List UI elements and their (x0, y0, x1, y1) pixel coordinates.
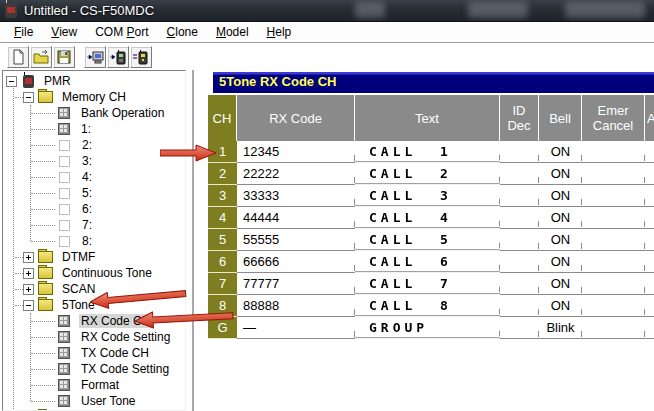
emer-cancel-cell[interactable] (582, 295, 645, 317)
tree-item-ch2[interactable]: 2: (3, 137, 185, 153)
id-dec-cell[interactable] (500, 229, 539, 251)
emer-cancel-cell[interactable] (582, 229, 645, 251)
text-cell[interactable]: CALL 8 (355, 296, 500, 316)
folder-icon (38, 251, 53, 263)
menu-file[interactable]: File (5, 23, 42, 42)
menu-com-port[interactable]: COM Port (86, 23, 157, 42)
bell-cell[interactable]: ON (539, 207, 582, 229)
rx-code-cell[interactable]: 44444 (237, 207, 355, 229)
rx-code-cell[interactable]: 77777 (237, 273, 355, 295)
rx-code-cell[interactable]: — (237, 317, 355, 339)
collapse-icon[interactable] (23, 92, 34, 103)
emer-cancel-cell[interactable] (582, 251, 645, 273)
tree-item-continuous-tone[interactable]: Continuous Tone (3, 265, 185, 281)
expand-icon[interactable] (23, 268, 34, 279)
rx-code-cell[interactable]: 33333 (237, 185, 355, 207)
panel-splitter[interactable] (192, 70, 194, 411)
tree-item-ch1[interactable]: 1: (3, 121, 185, 137)
expand-icon[interactable] (23, 252, 34, 263)
id-dec-cell[interactable] (500, 251, 539, 273)
open-file-button[interactable] (30, 46, 52, 68)
clone-write-radio-icon (109, 49, 127, 65)
tree-item-ch5[interactable]: 5: (3, 185, 185, 201)
window-titlebar[interactable]: Untitled - CS-F50MDC (0, 0, 654, 22)
id-dec-cell[interactable] (500, 295, 539, 317)
header-label: Bell (549, 111, 571, 126)
emer-cancel-cell[interactable] (582, 141, 645, 163)
empty-icon (59, 220, 70, 231)
tree-item-ch4[interactable]: 4: (3, 169, 185, 185)
emer-cancel-cell[interactable] (582, 317, 645, 339)
id-dec-cell[interactable] (500, 163, 539, 185)
text-cell[interactable]: CALL 5 (355, 230, 500, 250)
tree-item-rx-code-setting[interactable]: RX Code Setting (3, 329, 185, 345)
emer-cancel-cell[interactable] (582, 207, 645, 229)
menu-mnemonic: H (267, 25, 276, 39)
id-dec-cell[interactable] (500, 185, 539, 207)
collapse-icon[interactable] (6, 76, 17, 87)
tree-item-ch3[interactable]: 3: (3, 153, 185, 169)
expand-icon[interactable] (23, 284, 34, 295)
id-dec-cell[interactable] (500, 207, 539, 229)
partial-cell (645, 229, 654, 251)
rx-code-cell[interactable]: 55555 (237, 229, 355, 251)
id-dec-cell[interactable] (500, 317, 539, 339)
new-file-button[interactable] (7, 46, 29, 68)
folder-icon (38, 91, 53, 103)
tree-item-format[interactable]: Format (3, 377, 185, 393)
app-icon (5, 3, 17, 18)
save-file-button[interactable] (53, 46, 75, 68)
bell-cell[interactable]: ON (539, 229, 582, 251)
table-row-5: 5 55555 CALL 5 ON (208, 229, 654, 251)
text-cell[interactable]: CALL 3 (355, 186, 500, 206)
text-cell[interactable]: CALL 6 (355, 252, 500, 272)
rx-code-cell[interactable]: 12345 (237, 141, 355, 163)
tree-item-label: TX Code CH (79, 346, 151, 360)
window-title: Untitled - CS-F50MDC (24, 3, 154, 18)
text-cell[interactable]: CALL 1 (355, 142, 500, 162)
bell-cell[interactable]: ON (539, 295, 582, 317)
bell-cell[interactable]: ON (539, 185, 582, 207)
id-dec-cell[interactable] (500, 141, 539, 163)
clone-read-button[interactable] (84, 46, 106, 68)
table-row-2: 2 22222 CALL 2 ON (208, 163, 654, 185)
table-row-4: 4 44444 CALL 4 ON (208, 207, 654, 229)
menu-view[interactable]: View (42, 23, 86, 42)
text-cell[interactable]: CALL 4 (355, 208, 500, 228)
tree-item-ch6[interactable]: 6: (3, 201, 185, 217)
tree-item-ch8[interactable]: 8: (3, 233, 185, 249)
clone-info-button[interactable] (130, 46, 152, 68)
clone-write-button[interactable] (107, 46, 129, 68)
bell-cell[interactable]: ON (539, 141, 582, 163)
collapse-icon[interactable] (23, 300, 34, 311)
header-rx-code: RX Code (237, 95, 355, 141)
menu-model[interactable]: Model (207, 23, 258, 42)
bell-cell[interactable]: ON (539, 273, 582, 295)
tree-item-label: DTMF (60, 250, 97, 264)
tree-item-dtmf[interactable]: DTMF (3, 249, 185, 265)
menu-clone[interactable]: Clone (158, 23, 207, 42)
emer-cancel-cell[interactable] (582, 185, 645, 207)
tree-item-memory-ch[interactable]: Memory CH (3, 89, 185, 105)
tree-item-pmr[interactable]: PMR (3, 73, 185, 89)
header-label: Cancel (593, 118, 633, 133)
bell-cell[interactable]: ON (539, 163, 582, 185)
bell-cell[interactable]: Blink (539, 317, 582, 339)
tree-item-bank-operation[interactable]: Bank Operation (3, 105, 185, 121)
bell-cell[interactable]: ON (539, 251, 582, 273)
text-cell[interactable]: CALL 2 (355, 164, 500, 184)
ch-cell: 4 (208, 207, 237, 229)
emer-cancel-cell[interactable] (582, 273, 645, 295)
tree-item-user-tone[interactable]: User Tone (3, 393, 185, 409)
rx-code-cell[interactable]: 66666 (237, 251, 355, 273)
id-dec-cell[interactable] (500, 273, 539, 295)
rx-code-cell[interactable]: 22222 (237, 163, 355, 185)
menu-help[interactable]: Help (258, 23, 301, 42)
text-cell[interactable]: CALL 7 (355, 274, 500, 294)
tree-item-tx-code-setting[interactable]: TX Code Setting (3, 361, 185, 377)
rx-code-cell[interactable]: 88888 (237, 295, 355, 317)
tree-item-tx-code-ch[interactable]: TX Code CH (3, 345, 185, 361)
text-cell[interactable]: GROUP (355, 318, 500, 338)
emer-cancel-cell[interactable] (582, 163, 645, 185)
tree-item-ch7[interactable]: 7: (3, 217, 185, 233)
